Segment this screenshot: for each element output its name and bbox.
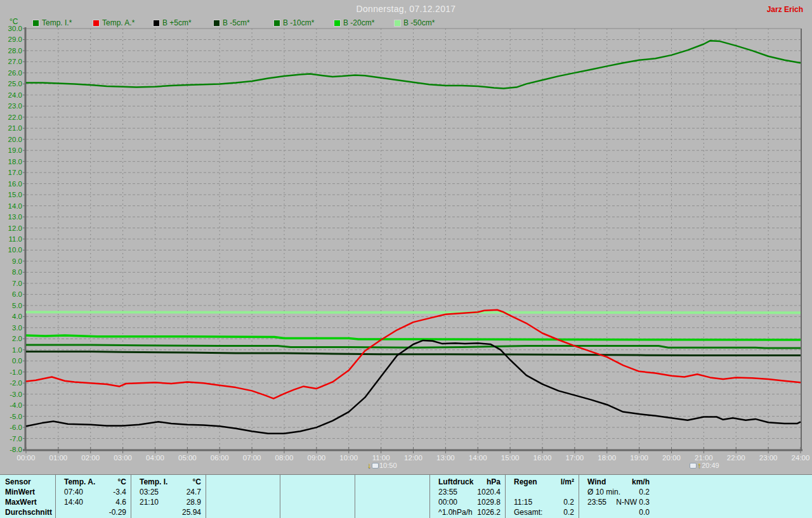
marker-time-label: 10:50	[379, 462, 397, 469]
x-tick-label: 22:00	[727, 454, 745, 462]
y-tick-label: -3.0	[10, 391, 22, 398]
y-tick-label: 30.0	[8, 25, 22, 32]
stats-cell-time	[355, 497, 363, 507]
stats-cell-time: 14:40	[56, 497, 83, 507]
stats-row-label: MinWert	[0, 487, 55, 497]
stats-cell-time: 21:10	[131, 497, 159, 507]
stats-column-unit	[350, 477, 355, 487]
stats-cell-value: -0.29	[109, 507, 131, 517]
x-tick-label: 18:00	[598, 454, 616, 462]
y-tick-label: 19.0	[8, 146, 22, 154]
x-tick-label: 10:00	[339, 454, 358, 462]
marker-weather-icon	[372, 463, 379, 469]
y-tick-label: 24.0	[8, 91, 22, 99]
weather-day-chart-window: Donnerstag, 07.12.2017 Jarz Erich °C Tem…	[0, 0, 812, 518]
stats-cell-value: 0.2	[563, 497, 579, 507]
x-tick-label: 06:00	[211, 454, 229, 462]
stats-cell-time	[506, 487, 514, 497]
x-tick-label: 16:00	[534, 454, 552, 462]
time-marker-down: ↓10:50	[367, 461, 397, 470]
stats-column-regen: Regenl/m²11:150.2Gesamt:0.2	[506, 475, 579, 518]
stats-cell-value	[574, 487, 579, 497]
stats-cell-value: 1029.8	[477, 497, 505, 507]
y-tick-label: -5.0	[10, 413, 22, 420]
stats-column-title	[355, 477, 363, 487]
stats-cell-value	[425, 487, 429, 497]
y-tick-label: 12.0	[8, 224, 22, 232]
y-tick-label: -6.0	[10, 424, 22, 431]
y-tick-label: 25.0	[8, 80, 22, 87]
stats-column-empty-4	[355, 475, 430, 518]
y-tick-label: 3.0	[12, 324, 22, 332]
stats-column-unit: °C	[193, 477, 206, 487]
x-tick-label: 14:00	[469, 454, 487, 462]
y-tick-label: -1.0	[10, 368, 22, 376]
stats-cell-value	[275, 497, 280, 507]
stats-column-title	[206, 477, 214, 487]
stats-cell-time	[579, 507, 587, 517]
stats-cell-value	[425, 507, 429, 517]
stats-cell-value: 1020.4	[477, 487, 505, 497]
stats-cell-value: 0.0	[639, 507, 654, 517]
y-tick-label: 11.0	[8, 235, 22, 243]
y-tick-label: 5.0	[12, 302, 22, 309]
y-tick-label: 0.0	[12, 357, 22, 365]
stats-cell-value	[275, 507, 280, 517]
stats-cell-value	[275, 487, 280, 497]
x-tick-label: 01:00	[49, 454, 67, 462]
stats-cell-value: 28.9	[187, 497, 206, 507]
x-tick-label: 09:00	[307, 454, 325, 462]
stats-column-unit	[275, 477, 280, 487]
y-tick-label: 9.0	[12, 257, 22, 265]
x-tick-label: 00:00	[17, 454, 36, 462]
y-tick-label: 15.0	[8, 191, 22, 198]
y-tick-label: 26.0	[8, 69, 22, 77]
series-b-50cm	[26, 312, 801, 313]
x-tick-label: 23:00	[759, 454, 778, 462]
stats-row-label: MaxWert	[0, 497, 55, 507]
stats-column-luftdruck: LuftdruckhPa23:551020.400:001029.8^1.0hP…	[430, 475, 506, 518]
y-tick-label: 16.0	[8, 180, 22, 188]
y-tick-label: 1.0	[12, 346, 22, 354]
x-tick-label: 13:00	[436, 454, 455, 462]
y-tick-label: 17.0	[8, 169, 22, 176]
stats-cell-time	[280, 497, 289, 507]
stats-column-unit: l/m²	[561, 477, 579, 487]
stats-cell-time	[206, 497, 214, 507]
stats-row-labels-column: SensorMinWertMaxWertDurchschnitt	[0, 475, 56, 518]
y-tick-label: 13.0	[8, 213, 22, 221]
x-tick-label: 02:00	[81, 454, 100, 462]
time-marker-up: ↑20:49	[690, 461, 719, 470]
x-tick-label: 03:00	[114, 454, 132, 462]
marker-down-arrow-icon: ↓	[367, 462, 371, 469]
x-tick-label: 24:00	[792, 454, 810, 462]
stats-column-title: Regen	[506, 477, 537, 487]
stats-cell-value: 4.6	[115, 497, 131, 507]
stats-cell-value: 1026.2	[477, 507, 505, 517]
stats-cell-value: 0.2	[563, 507, 579, 517]
stats-cell-time	[206, 487, 214, 497]
x-tick-label: 20:00	[662, 454, 681, 462]
stats-column-temp-i-: Temp. I.°C03:2524.721:1028.925.94	[131, 475, 206, 518]
stats-cell-value: N-NW 0.3	[616, 497, 654, 507]
y-tick-label: -7.0	[10, 435, 22, 443]
stats-column-unit: km/h	[632, 477, 654, 487]
stats-cell-time: 11:15	[506, 497, 532, 507]
stats-column-title: Temp. A.	[56, 477, 95, 487]
marker-time-label: 20:49	[702, 462, 719, 469]
y-tick-label: 4.0	[12, 313, 22, 320]
x-tick-label: 17:00	[565, 454, 584, 462]
y-tick-label: 20.0	[8, 136, 22, 143]
chart-plot-area: 30.029.028.027.026.025.024.023.022.021.0…	[0, 0, 812, 474]
stats-cell-value: -3.4	[113, 487, 131, 497]
stats-column-title: Temp. I.	[131, 477, 167, 487]
y-tick-label: 28.0	[8, 47, 22, 55]
x-tick-label: 08:00	[275, 454, 294, 462]
stats-cell-time: 03:25	[131, 487, 159, 497]
y-tick-label: 18.0	[8, 158, 22, 165]
stats-cell-time	[56, 507, 64, 517]
stats-cell-value	[350, 507, 355, 517]
stats-cell-value: 25.94	[182, 507, 206, 517]
stats-cell-time: 23:55	[579, 497, 606, 507]
y-tick-label: -8.0	[10, 446, 22, 453]
